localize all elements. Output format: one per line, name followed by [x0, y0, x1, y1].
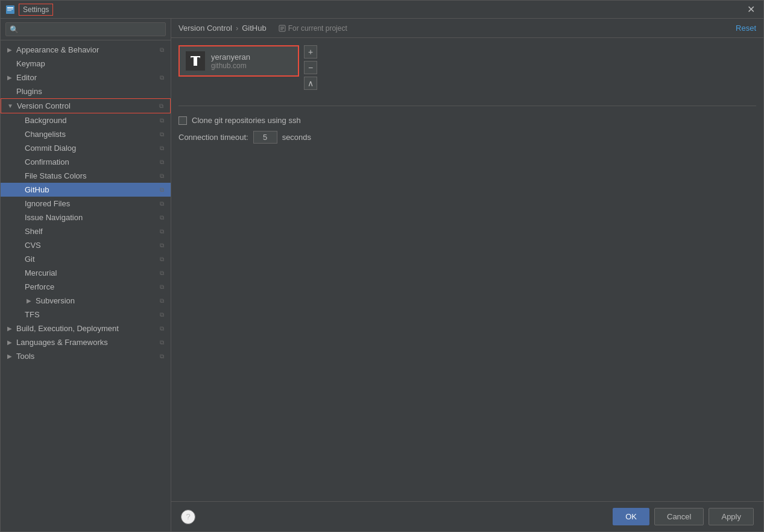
- sidebar-item-label: Ignored Files: [25, 199, 155, 208]
- accounts-side-buttons: + − ∧: [304, 45, 317, 93]
- sidebar-item-tfs[interactable]: TFS ⧉: [1, 308, 171, 321]
- svg-rect-2: [7, 9, 13, 10]
- arrow-icon: ▶: [5, 46, 14, 54]
- right-panel: Version Control › GitHub For current pro…: [171, 19, 763, 531]
- copy-icon: ⧉: [157, 325, 166, 333]
- settings-window: Settings ✕ 🔍 ▶ Appearance & Behavior ⧉: [0, 0, 764, 532]
- arrow-icon: ▶: [5, 338, 14, 347]
- search-bar: 🔍: [1, 19, 171, 40]
- sidebar-item-issue-navigation[interactable]: Issue Navigation ⧉: [1, 211, 171, 224]
- sidebar-item-languages-frameworks[interactable]: ▶ Languages & Frameworks ⧉: [1, 335, 171, 349]
- sidebar-item-git[interactable]: Git ⧉: [1, 252, 171, 266]
- close-button[interactable]: ✕: [743, 4, 759, 16]
- sidebar-item-ignored-files[interactable]: Ignored Files ⧉: [1, 197, 171, 211]
- app-icon: [5, 5, 15, 14]
- add-account-button[interactable]: +: [304, 45, 317, 59]
- sidebar-item-label: Appearance & Behavior: [16, 45, 155, 54]
- clone-ssh-checkbox[interactable]: [178, 116, 187, 125]
- sidebar-item-label: Keymap: [16, 59, 166, 68]
- copy-icon: ⧉: [157, 74, 166, 82]
- timeout-unit-label: seconds: [282, 133, 311, 142]
- sidebar-item-mercurial[interactable]: Mercurial ⧉: [1, 266, 171, 280]
- sidebar-item-background[interactable]: Background ⧉: [1, 113, 171, 127]
- copy-icon: ⧉: [157, 46, 166, 54]
- sidebar-item-label: Mercurial: [25, 268, 155, 277]
- sidebar-item-label: Tools: [16, 352, 155, 361]
- sidebar-item-keymap[interactable]: Keymap: [1, 57, 171, 71]
- cancel-button[interactable]: Cancel: [654, 508, 704, 525]
- sidebar-item-label: Perforce: [25, 282, 155, 291]
- apply-button[interactable]: Apply: [709, 508, 754, 525]
- sidebar-item-shelf[interactable]: Shelf ⧉: [1, 224, 171, 238]
- sidebar-item-label: Subversion: [36, 296, 155, 305]
- sidebar-item-label: Version Control: [17, 101, 154, 110]
- account-logo: [186, 51, 205, 71]
- sidebar-item-subversion[interactable]: ▶ Subversion ⧉: [1, 294, 171, 308]
- copy-icon: ⧉: [157, 241, 166, 250]
- sidebar-item-plugins[interactable]: Plugins: [1, 84, 171, 98]
- sidebar-item-perforce[interactable]: Perforce ⧉: [1, 280, 171, 294]
- reset-button[interactable]: Reset: [736, 24, 756, 33]
- svg-rect-1: [7, 7, 13, 8]
- copy-icon: ⧉: [157, 102, 165, 110]
- breadcrumb-current: GitHub: [242, 24, 266, 33]
- sidebar-item-commit-dialog[interactable]: Commit Dialog ⧉: [1, 141, 171, 155]
- accounts-list: yeranyeran github.com: [178, 45, 299, 93]
- sidebar-item-changelists[interactable]: Changelists ⧉: [1, 127, 171, 141]
- sidebar-item-confirmation[interactable]: Confirmation ⧉: [1, 155, 171, 169]
- sidebar-item-label: GitHub: [25, 185, 155, 194]
- sidebar-item-file-status-colors[interactable]: File Status Colors ⧉: [1, 169, 171, 183]
- copy-icon: ⧉: [157, 214, 166, 222]
- copy-icon: ⧉: [157, 297, 166, 305]
- copy-icon: ⧉: [157, 116, 166, 125]
- sidebar-item-label: Git: [25, 255, 155, 264]
- copy-icon: ⧉: [157, 186, 166, 194]
- accounts-panel: yeranyeran github.com + − ∧: [171, 38, 763, 501]
- help-button[interactable]: ?: [181, 510, 195, 524]
- account-item[interactable]: yeranyeran github.com: [178, 45, 299, 77]
- search-wrap[interactable]: 🔍: [5, 22, 166, 36]
- copy-icon: ⧉: [157, 158, 166, 166]
- clone-ssh-row: Clone git repositories using ssh: [178, 116, 756, 125]
- move-up-button[interactable]: ∧: [304, 77, 317, 90]
- connection-timeout-input[interactable]: 5: [253, 131, 277, 144]
- breadcrumb-parent: Version Control: [178, 24, 232, 33]
- sidebar-item-version-control[interactable]: ▼ Version Control ⧉: [1, 98, 171, 113]
- svg-rect-3: [7, 10, 11, 11]
- search-icon: 🔍: [10, 25, 19, 34]
- breadcrumb-project: For current project: [279, 24, 347, 33]
- account-info: yeranyeran github.com: [211, 52, 250, 70]
- project-label: For current project: [288, 24, 347, 33]
- copy-icon: ⧉: [157, 338, 166, 347]
- arrow-icon: ▼: [6, 102, 14, 110]
- breadcrumb-bar: Version Control › GitHub For current pro…: [171, 19, 763, 38]
- project-icon: [279, 25, 286, 32]
- ok-button[interactable]: OK: [613, 508, 649, 525]
- copy-icon: ⧉: [157, 352, 166, 361]
- sidebar-item-github[interactable]: GitHub ⧉: [1, 183, 171, 197]
- sidebar-item-tools[interactable]: ▶ Tools ⧉: [1, 349, 171, 363]
- sidebar-item-appearance[interactable]: ▶ Appearance & Behavior ⧉: [1, 43, 171, 57]
- arrow-icon: ▶: [5, 74, 14, 82]
- title-bar: Settings ✕: [1, 1, 763, 19]
- sidebar-item-editor[interactable]: ▶ Editor ⧉: [1, 71, 171, 84]
- copy-icon: ⧉: [157, 144, 166, 153]
- bottom-bar: ? OK Cancel Apply: [171, 501, 763, 531]
- connection-timeout-label: Connection timeout:: [178, 133, 248, 142]
- arrow-icon: ▶: [5, 352, 14, 361]
- copy-icon: ⧉: [157, 283, 166, 291]
- breadcrumb-separator: ›: [236, 24, 238, 33]
- sidebar-item-cvs[interactable]: CVS ⧉: [1, 238, 171, 252]
- copy-icon: ⧉: [157, 130, 166, 139]
- sidebar: 🔍 ▶ Appearance & Behavior ⧉ Keymap: [1, 19, 171, 531]
- clone-ssh-label: Clone git repositories using ssh: [192, 116, 301, 125]
- sidebar-item-label: Background: [25, 116, 155, 125]
- sidebar-item-label: Editor: [16, 73, 155, 82]
- sidebar-item-build-execution[interactable]: ▶ Build, Execution, Deployment ⧉: [1, 321, 171, 335]
- sidebar-item-label: Shelf: [25, 227, 155, 236]
- account-name: yeranyeran: [211, 52, 250, 62]
- search-input[interactable]: [21, 25, 162, 34]
- remove-account-button[interactable]: −: [304, 61, 317, 74]
- sidebar-item-label: Languages & Frameworks: [16, 338, 155, 347]
- copy-icon: ⧉: [157, 227, 166, 236]
